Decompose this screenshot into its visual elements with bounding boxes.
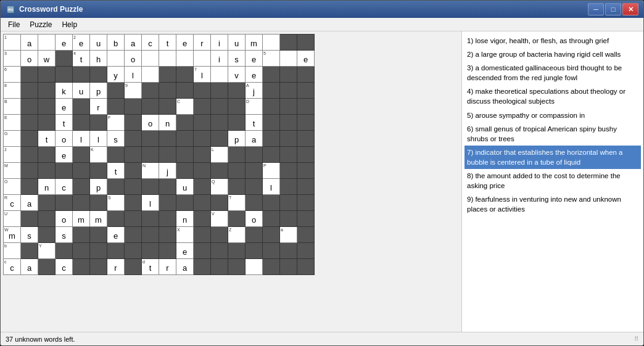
- grid-cell[interactable]: i: [211, 35, 228, 51]
- grid-cell[interactable]: e: [56, 35, 73, 51]
- grid-cell[interactable]: [297, 179, 315, 195]
- grid-cell[interactable]: m: [73, 211, 90, 227]
- grid-cell[interactable]: [38, 147, 56, 163]
- grid-cell[interactable]: [159, 243, 176, 259]
- grid-cell[interactable]: [107, 99, 125, 115]
- grid-cell[interactable]: E: [4, 115, 21, 131]
- grid-cell[interactable]: [297, 243, 315, 259]
- grid-cell[interactable]: [90, 243, 107, 259]
- grid-cell[interactable]: [297, 227, 315, 243]
- grid-cell[interactable]: [125, 243, 142, 259]
- grid-cell[interactable]: t: [107, 163, 125, 179]
- grid-cell[interactable]: [280, 83, 297, 99]
- grid-cell[interactable]: D: [246, 99, 263, 115]
- grid-cell[interactable]: u: [73, 83, 90, 99]
- grid-cell[interactable]: [56, 51, 73, 67]
- grid-cell[interactable]: [38, 259, 56, 275]
- grid-cell[interactable]: [194, 163, 211, 179]
- grid-cell[interactable]: [211, 227, 228, 243]
- grid-cell[interactable]: [73, 179, 90, 195]
- grid-cell[interactable]: [246, 163, 263, 179]
- grid-cell[interactable]: [280, 67, 297, 83]
- grid-cell[interactable]: [21, 147, 38, 163]
- grid-cell[interactable]: [107, 147, 125, 163]
- grid-cell[interactable]: J: [4, 147, 21, 163]
- grid-cell[interactable]: n: [38, 179, 56, 195]
- grid-cell[interactable]: [142, 227, 159, 243]
- grid-cell[interactable]: w: [38, 51, 56, 67]
- grid-cell[interactable]: e: [176, 35, 194, 51]
- grid-cell[interactable]: [263, 83, 280, 99]
- grid-cell[interactable]: [56, 67, 73, 83]
- menu-help[interactable]: Help: [57, 19, 82, 30]
- grid-cell[interactable]: [21, 211, 38, 227]
- grid-cell[interactable]: [263, 99, 280, 115]
- grid-cell[interactable]: [280, 35, 297, 51]
- grid-cell[interactable]: [73, 147, 90, 163]
- grid-cell[interactable]: o: [125, 51, 142, 67]
- grid-cell[interactable]: [107, 211, 125, 227]
- grid-cell[interactable]: B: [4, 99, 21, 115]
- grid-cell[interactable]: o: [21, 51, 38, 67]
- grid-cell[interactable]: [73, 67, 90, 83]
- grid-cell[interactable]: [194, 131, 211, 147]
- grid-cell[interactable]: [56, 163, 73, 179]
- grid-cell[interactable]: [211, 115, 228, 131]
- grid-cell[interactable]: 7l: [194, 67, 211, 83]
- grid-cell[interactable]: e: [297, 51, 315, 67]
- grid-cell[interactable]: [90, 259, 107, 275]
- grid-cell[interactable]: [159, 211, 176, 227]
- grid-cell[interactable]: i: [211, 51, 228, 67]
- grid-cell[interactable]: [159, 67, 176, 83]
- grid-cell[interactable]: m: [246, 35, 263, 51]
- grid-cell[interactable]: [38, 227, 56, 243]
- grid-cell[interactable]: t: [159, 35, 176, 51]
- minimize-button[interactable]: ─: [588, 3, 604, 15]
- grid-cell[interactable]: [228, 179, 246, 195]
- grid-cell[interactable]: [176, 115, 194, 131]
- grid-cell[interactable]: s: [56, 227, 73, 243]
- grid-cell[interactable]: [73, 227, 90, 243]
- grid-cell[interactable]: [194, 83, 211, 99]
- grid-cell[interactable]: [297, 83, 315, 99]
- grid-cell[interactable]: [21, 99, 38, 115]
- grid-cell[interactable]: [73, 259, 90, 275]
- grid-cell[interactable]: [194, 243, 211, 259]
- grid-cell[interactable]: [21, 67, 38, 83]
- grid-cell[interactable]: c: [142, 35, 159, 51]
- grid-cell[interactable]: [107, 243, 125, 259]
- grid-cell[interactable]: 9: [125, 83, 142, 99]
- grid-cell[interactable]: r: [90, 99, 107, 115]
- grid-cell[interactable]: 6: [4, 67, 21, 83]
- grid-cell[interactable]: [21, 243, 38, 259]
- grid-cell[interactable]: 5: [263, 51, 280, 67]
- grid-cell[interactable]: Y: [38, 243, 56, 259]
- clue-item[interactable]: 2) a large group of bacteria having rigi…: [464, 47, 641, 61]
- grid-cell[interactable]: [280, 147, 297, 163]
- grid-cell[interactable]: 3: [4, 51, 21, 67]
- grid-cell[interactable]: P: [263, 163, 280, 179]
- grid-cell[interactable]: F: [107, 115, 125, 131]
- grid-cell[interactable]: [194, 195, 211, 211]
- clue-item[interactable]: 9) fearfulness in venturing into new and…: [464, 192, 641, 216]
- grid-cell[interactable]: b: [4, 243, 21, 259]
- grid-cell[interactable]: u: [176, 179, 194, 195]
- grid-cell[interactable]: c: [56, 179, 73, 195]
- maximize-button[interactable]: □: [605, 3, 621, 15]
- grid-cell[interactable]: [246, 259, 263, 275]
- grid-cell[interactable]: [176, 67, 194, 83]
- grid-cell[interactable]: [194, 211, 211, 227]
- grid-cell[interactable]: [228, 115, 246, 131]
- grid-cell[interactable]: [228, 259, 246, 275]
- menu-file[interactable]: File: [3, 19, 25, 30]
- grid-cell[interactable]: [263, 243, 280, 259]
- grid-cell[interactable]: o: [56, 131, 73, 147]
- grid-cell[interactable]: m: [90, 211, 107, 227]
- grid-cell[interactable]: [159, 195, 176, 211]
- grid-cell[interactable]: a: [125, 35, 142, 51]
- grid-cell[interactable]: [142, 211, 159, 227]
- grid-cell[interactable]: [297, 67, 315, 83]
- grid-cell[interactable]: [90, 195, 107, 211]
- grid-cell[interactable]: [159, 179, 176, 195]
- grid-cell[interactable]: e: [56, 147, 73, 163]
